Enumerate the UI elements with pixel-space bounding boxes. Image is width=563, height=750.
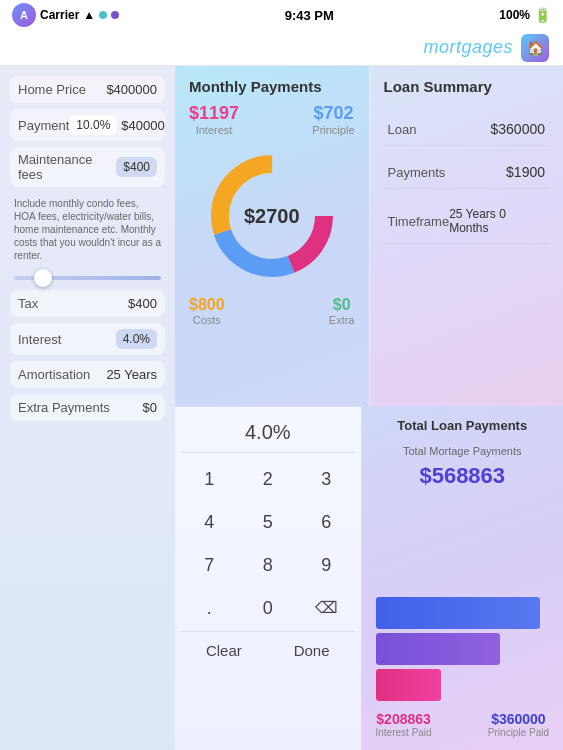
maintenance-label: Maintenance fees (18, 152, 116, 182)
loan-value: $360000 (490, 121, 545, 137)
mp-bottom-row: $800 Costs $0 Extra (189, 296, 355, 326)
interest-paid-item: $208863 Interest Paid (376, 711, 432, 738)
bottom-row: 4.0% 1 2 3 4 5 6 7 8 9 . 0 ⌫ Clear (175, 406, 563, 750)
key-9[interactable]: 9 (298, 545, 355, 586)
mp-top-row: $1197 Interest $702 Principle (189, 103, 355, 136)
payment-percent[interactable]: 10.0% (69, 115, 117, 135)
avatar: A (12, 3, 36, 27)
tax-value: $400 (128, 296, 157, 311)
key-backspace[interactable]: ⌫ (298, 588, 355, 629)
timeframe-row: Timeframe 25 Years 0 Months (384, 199, 550, 244)
numpad-grid: 1 2 3 4 5 6 7 8 9 . 0 ⌫ (181, 459, 355, 629)
key-2[interactable]: 2 (240, 459, 297, 500)
slider-track (14, 276, 161, 280)
key-0[interactable]: 0 (240, 588, 297, 629)
interest-paid-amount: $208863 (376, 711, 432, 727)
costs-item: $800 Costs (189, 296, 225, 326)
key-1[interactable]: 1 (181, 459, 238, 500)
home-price-value: $400000 (106, 82, 157, 97)
clear-button[interactable]: Clear (181, 632, 267, 669)
key-5[interactable]: 5 (240, 502, 297, 543)
interest-amount: $1197 (189, 103, 239, 124)
tax-row: Tax $400 (10, 290, 165, 317)
home-price-label: Home Price (18, 82, 86, 97)
interest-row[interactable]: Interest 4.0% (10, 323, 165, 355)
numpad-panel: 4.0% 1 2 3 4 5 6 7 8 9 . 0 ⌫ Clear (175, 406, 362, 750)
bar-row-3 (376, 669, 550, 701)
main-layout: Home Price $400000 Payment 10.0% $40000 … (0, 66, 563, 750)
payments-value: $1900 (506, 164, 545, 180)
key-4[interactable]: 4 (181, 502, 238, 543)
total-loan-panel: Total Loan Payments Total Mortage Paymen… (362, 406, 564, 750)
principle-paid-label: Principle Paid (488, 727, 549, 738)
key-8[interactable]: 8 (240, 545, 297, 586)
numpad-actions: Clear Done (181, 631, 355, 669)
home-button[interactable]: 🏠 (521, 34, 549, 62)
loan-summary-title: Loan Summary (384, 78, 492, 95)
donut-chart: $2700 (202, 146, 342, 286)
battery-icon: 🔋 (534, 7, 551, 23)
app-title: mortgages (423, 37, 513, 58)
monthly-payments-title: Monthly Payments (189, 78, 322, 95)
dot-purple (111, 11, 119, 19)
payment-value: $40000 (121, 118, 164, 133)
loan-summary-panel: Loan Summary Loan $360000 Payments $1900… (370, 66, 564, 406)
extra-payments-row: Extra Payments $0 (10, 394, 165, 421)
payments-label: Payments (388, 165, 446, 180)
principle-item: $702 Principle (312, 103, 354, 136)
numpad-display: 4.0% (181, 415, 355, 453)
maintenance-value[interactable]: $400 (116, 157, 157, 177)
slider-container[interactable] (10, 272, 165, 284)
payments-row: Payments $1900 (384, 156, 550, 189)
time-display: 9:43 PM (285, 8, 334, 23)
total-loan-amount: $568863 (376, 463, 550, 489)
slider-thumb (34, 269, 52, 287)
monthly-payments-panel: Monthly Payments $1197 Interest $702 Pri… (175, 66, 370, 406)
bar-blue (376, 597, 541, 629)
home-icon: 🏠 (527, 40, 544, 56)
key-dot[interactable]: . (181, 588, 238, 629)
home-price-row: Home Price $400000 (10, 76, 165, 103)
principle-paid-amount: $360000 (488, 711, 549, 727)
key-6[interactable]: 6 (298, 502, 355, 543)
key-7[interactable]: 7 (181, 545, 238, 586)
interest-sublabel: Interest (189, 124, 239, 136)
bar-purple (376, 633, 501, 665)
extra-payments-label: Extra Payments (18, 400, 110, 415)
extra-sublabel: Extra (329, 314, 355, 326)
total-loan-subtitle: Total Mortage Payments (376, 445, 550, 457)
tax-label: Tax (18, 296, 38, 311)
wifi-icon: ▲ (83, 8, 95, 22)
interest-label: Interest (18, 332, 61, 347)
amortisation-value: 25 Years (106, 367, 157, 382)
status-bar: A Carrier ▲ 9:43 PM 100% 🔋 (0, 0, 563, 30)
bar-pink (376, 669, 442, 701)
donut-center-value: $2700 (244, 205, 300, 228)
total-loan-title: Total Loan Payments (397, 418, 527, 433)
status-right: 100% 🔋 (499, 7, 551, 23)
timeframe-label: Timeframe (388, 214, 450, 229)
interest-value[interactable]: 4.0% (116, 329, 157, 349)
principle-sublabel: Principle (312, 124, 354, 136)
nav-bar: mortgages 🏠 (0, 30, 563, 66)
top-row: Monthly Payments $1197 Interest $702 Pri… (175, 66, 563, 406)
costs-amount: $800 (189, 296, 225, 314)
extra-item: $0 Extra (329, 296, 355, 326)
key-3[interactable]: 3 (298, 459, 355, 500)
maintenance-row: Maintenance fees $400 (10, 147, 165, 187)
bar-row-1 (376, 597, 550, 629)
bar-chart (376, 495, 550, 705)
costs-sublabel: Costs (189, 314, 225, 326)
bar-row-2 (376, 633, 550, 665)
sidebar: Home Price $400000 Payment 10.0% $40000 … (0, 66, 175, 750)
extra-amount: $0 (329, 296, 355, 314)
status-left: A Carrier ▲ (12, 3, 119, 27)
amortisation-row: Amortisation 25 Years (10, 361, 165, 388)
done-button[interactable]: Done (269, 632, 355, 669)
principle-amount: $702 (312, 103, 354, 124)
payment-label: Payment (18, 118, 69, 133)
battery-label: 100% (499, 8, 530, 22)
loan-label: Loan (388, 122, 417, 137)
maintenance-description: Include monthly condo fees, HOA fees, el… (10, 193, 165, 266)
interest-item: $1197 Interest (189, 103, 239, 136)
